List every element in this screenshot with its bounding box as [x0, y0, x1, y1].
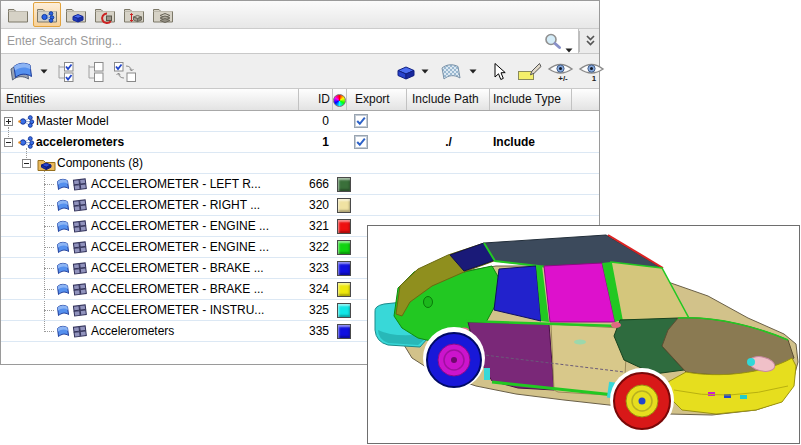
tree-row-accelerometers[interactable]: accelerometers1./Include [1, 132, 599, 153]
folder-clamp-icon [94, 5, 116, 25]
invert-selection-button[interactable] [111, 58, 139, 85]
mesh-icon [72, 177, 88, 192]
color-swatch[interactable] [337, 303, 351, 318]
folder-stack-icon [152, 5, 174, 25]
browser-tab-2[interactable] [33, 2, 61, 27]
components-display-icon [7, 60, 37, 84]
entity-label[interactable]: ACCELEROMETER - RIGHT ... [91, 198, 260, 212]
header-color[interactable] [333, 89, 347, 110]
tree-row-master-model[interactable]: Master Model0 [1, 111, 599, 132]
include-type-value: Include [490, 135, 572, 149]
invert-selection-icon [112, 61, 138, 83]
header-id[interactable]: ID [299, 89, 333, 110]
component-icon [55, 303, 71, 318]
check-all-button[interactable] [53, 58, 81, 85]
caret-down-icon[interactable] [469, 69, 477, 74]
browser-tab-4[interactable] [91, 2, 119, 27]
collapse-browser-button[interactable] [583, 34, 598, 50]
uncheck-all-icon [84, 61, 110, 83]
tree-row-components-8[interactable]: Components (8) [1, 153, 599, 174]
magnifier-icon[interactable] [543, 32, 563, 54]
svg-text:+/-: +/- [558, 74, 568, 82]
assembly-icon [18, 135, 35, 150]
components-display-button[interactable] [6, 58, 49, 85]
display-adjust-eye-button[interactable]: +/- [546, 58, 575, 85]
browser-tab-6[interactable] [149, 2, 177, 27]
search-divider [579, 31, 580, 52]
header-export[interactable]: Export [347, 89, 407, 110]
entity-id: 324 [299, 282, 329, 296]
mesh-icon [72, 324, 88, 339]
export-checkbox[interactable] [354, 114, 368, 128]
entity-id: 666 [299, 177, 329, 191]
header-include-type[interactable]: Include Type [490, 89, 572, 110]
show-solid-button[interactable] [393, 58, 430, 85]
entity-label[interactable]: Accelerometers [91, 324, 174, 338]
entity-label[interactable]: Master Model [36, 114, 109, 128]
assembly-icon [18, 114, 35, 129]
color-swatch[interactable] [337, 177, 351, 192]
show-transparent-button[interactable] [437, 58, 478, 85]
tree-connector [44, 226, 54, 227]
entity-id: 325 [299, 303, 329, 317]
entity-id: 0 [299, 114, 329, 128]
tree-connector [44, 184, 54, 185]
svg-text:1: 1 [592, 74, 597, 82]
entity-label[interactable]: Components (8) [57, 156, 143, 170]
graphics-viewport[interactable] [367, 225, 800, 444]
include-path-value: ./ [407, 135, 490, 149]
tree-connector [44, 247, 54, 248]
show-solid-icon [394, 62, 418, 82]
browser-tab-3[interactable] [62, 2, 90, 27]
entity-id: 1 [299, 135, 329, 149]
browser-tab-5[interactable] [120, 2, 148, 27]
expand-toggle-plus[interactable] [4, 117, 13, 126]
tree-connector [44, 310, 54, 311]
mesh-icon [72, 240, 88, 255]
grid-header: Entities ID Export Include Path Include … [1, 89, 599, 111]
uncheck-all-button[interactable] [83, 58, 111, 85]
header-entities[interactable]: Entities [1, 89, 299, 110]
entity-label[interactable]: ACCELEROMETER - ENGINE ... [91, 219, 269, 233]
color-swatch[interactable] [337, 219, 351, 234]
entity-label[interactable]: accelerometers [36, 135, 124, 149]
application-window: +/-1 Entities ID Export Include Path Inc… [0, 0, 801, 445]
isolate-highlight-button[interactable] [515, 58, 543, 85]
caret-down-icon[interactable] [421, 69, 429, 74]
display-single-eye-icon: 1 [578, 61, 605, 82]
tree-connector [44, 205, 54, 206]
color-swatch[interactable] [337, 324, 351, 339]
export-checkbox[interactable] [354, 135, 368, 149]
tree-row-accelerometer-right[interactable]: ACCELEROMETER - RIGHT ...320 [1, 195, 599, 216]
entity-label[interactable]: ACCELEROMETER - INSTRU... [91, 303, 264, 317]
display-toolbar: +/-1 [1, 54, 599, 89]
entity-label[interactable]: ACCELEROMETER - LEFT R... [91, 177, 261, 191]
mesh-icon [72, 198, 88, 213]
color-swatch[interactable] [337, 240, 351, 255]
color-swatch[interactable] [337, 282, 351, 297]
tree-connector [44, 331, 54, 332]
expand-toggle-minus[interactable] [22, 159, 31, 168]
folder-icon [7, 5, 29, 25]
display-single-eye-button[interactable]: 1 [577, 58, 606, 85]
pointer-icon [491, 62, 507, 82]
search-input[interactable] [1, 29, 579, 54]
display-adjust-eye-icon: +/- [547, 61, 574, 82]
color-swatch[interactable] [337, 261, 351, 276]
browser-tabbar [1, 1, 599, 29]
folder-import-icon [123, 5, 145, 25]
caret-down-icon[interactable] [40, 69, 48, 74]
browser-tab-1[interactable] [4, 2, 32, 27]
entity-label[interactable]: ACCELEROMETER - BRAKE ... [91, 282, 264, 296]
expand-toggle-minus[interactable] [4, 138, 13, 147]
tree-row-accelerometer-left-r[interactable]: ACCELEROMETER - LEFT R...666 [1, 174, 599, 195]
folder-model-icon [36, 5, 58, 25]
entity-label[interactable]: ACCELEROMETER - ENGINE ... [91, 240, 269, 254]
entity-id: 320 [299, 198, 329, 212]
entity-id: 323 [299, 261, 329, 275]
search-bar [1, 29, 599, 54]
entity-label[interactable]: ACCELEROMETER - BRAKE ... [91, 261, 264, 275]
header-include-path[interactable]: Include Path [407, 89, 490, 110]
pointer-button[interactable] [490, 58, 508, 85]
color-swatch[interactable] [337, 198, 351, 213]
